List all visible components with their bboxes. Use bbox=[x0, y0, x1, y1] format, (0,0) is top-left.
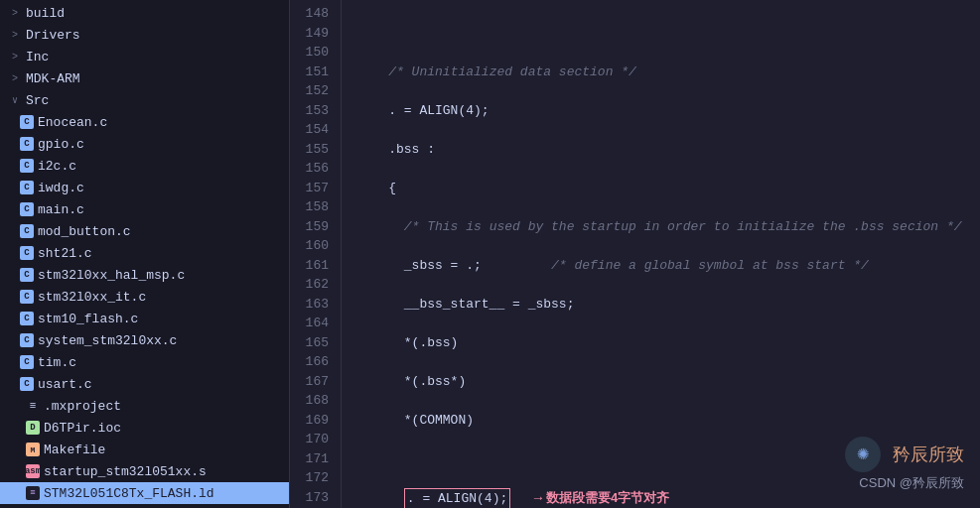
code-line: /* Uninitialized data section */ bbox=[357, 63, 980, 82]
code-lines: /* Uninitialized data section */ . = ALI… bbox=[342, 0, 980, 508]
annotate-box-4: . = ALIGN(4); bbox=[404, 488, 510, 509]
c-file-icon: C bbox=[20, 268, 34, 282]
code-editor: 148 149 150 151 152 153 154 155 156 157 … bbox=[290, 0, 980, 508]
sidebar-item-enocean[interactable]: C Enocean.c bbox=[0, 111, 289, 133]
sidebar-item-mdk-arm[interactable]: MDK-ARM bbox=[0, 67, 289, 89]
sidebar-item-ld-active[interactable]: ≡ STM32L051C8Tx_FLASH.ld bbox=[0, 482, 289, 504]
c-file-icon: C bbox=[20, 290, 34, 304]
watermark-icon: ✺ bbox=[845, 437, 881, 472]
sidebar-item-build[interactable]: build bbox=[0, 2, 289, 24]
sidebar-item-inc[interactable]: Inc bbox=[0, 46, 289, 67]
code-line: { bbox=[357, 179, 980, 198]
sidebar-item-tim[interactable]: C tim.c bbox=[0, 351, 289, 373]
sidebar-item-system-stm32[interactable]: C system_stm32l0xx.c bbox=[0, 329, 289, 351]
sidebar-item-mod-button[interactable]: C mod_button.c bbox=[0, 220, 289, 242]
sidebar-item-stm10-flash[interactable]: C stm10_flash.c bbox=[0, 308, 289, 329]
c-file-icon: C bbox=[20, 202, 34, 216]
c-file-icon: C bbox=[20, 224, 34, 238]
sidebar-item-startup[interactable]: asm startup_stm32l051xx.s bbox=[0, 460, 289, 482]
file-explorer: build Drivers Inc MDK-ARM Src C Enocean.… bbox=[0, 0, 290, 508]
c-file-icon: C bbox=[20, 355, 34, 369]
watermark: ✺ 矜辰所致 CSDN @矜辰所致 bbox=[845, 437, 964, 492]
annotation-arrow-4: →数据段需要4字节对齐 bbox=[534, 488, 670, 509]
chevron-icon bbox=[8, 73, 22, 84]
sidebar-item-mxproject[interactable]: ≡ .mxproject bbox=[0, 395, 289, 417]
c-file-icon: C bbox=[20, 159, 34, 173]
code-line: *(.bss*) bbox=[357, 372, 980, 392]
c-file-icon: C bbox=[20, 333, 34, 347]
sidebar-item-gpio[interactable]: C gpio.c bbox=[0, 133, 289, 155]
ld-file-icon: ≡ bbox=[26, 486, 40, 500]
code-line: _sbss = .; /* define a global symbol at … bbox=[357, 256, 980, 276]
chevron-icon bbox=[8, 30, 22, 41]
c-file-icon: C bbox=[20, 137, 34, 151]
line-numbers: 148 149 150 151 152 153 154 155 156 157 … bbox=[290, 0, 342, 508]
sidebar-item-src[interactable]: Src bbox=[0, 89, 289, 111]
sidebar-item-iwdg[interactable]: C iwdg.c bbox=[0, 177, 289, 198]
sidebar-item-i2c[interactable]: C i2c.c bbox=[0, 155, 289, 177]
code-area[interactable]: 148 149 150 151 152 153 154 155 156 157 … bbox=[290, 0, 980, 508]
code-line: *(COMMON) bbox=[357, 411, 980, 431]
chevron-icon bbox=[8, 94, 22, 106]
code-line bbox=[357, 24, 980, 44]
sidebar-item-main[interactable]: C main.c bbox=[0, 198, 289, 220]
code-line: __bss_start__ = _sbss; bbox=[357, 295, 980, 315]
c-file-icon: C bbox=[20, 115, 34, 129]
sidebar-item-stm32-it[interactable]: C stm32l0xx_it.c bbox=[0, 286, 289, 308]
chevron-icon bbox=[8, 52, 22, 63]
sidebar-item-sht21[interactable]: C sht21.c bbox=[0, 242, 289, 264]
sidebar-item-usart[interactable]: C usart.c bbox=[0, 373, 289, 395]
code-line: . = ALIGN(4); bbox=[357, 101, 980, 121]
sidebar-item-stm32-hal-msp[interactable]: C stm32l0xx_hal_msp.c bbox=[0, 264, 289, 286]
c-file-icon: C bbox=[20, 312, 34, 325]
sidebar-item-d6tpir[interactable]: D D6TPir.ioc bbox=[0, 417, 289, 439]
code-line: .bss : bbox=[357, 140, 980, 160]
c-file-icon: C bbox=[20, 377, 34, 391]
mxp-file-icon: ≡ bbox=[26, 399, 40, 413]
code-line: *(.bss) bbox=[357, 333, 980, 353]
chevron-icon bbox=[8, 8, 22, 19]
s-file-icon: asm bbox=[26, 464, 40, 478]
sidebar-item-drivers[interactable]: Drivers bbox=[0, 24, 289, 46]
watermark-name: 矜辰所致 bbox=[893, 443, 964, 466]
make-file-icon: M bbox=[26, 443, 40, 456]
code-line: /* This is used by the startup in order … bbox=[357, 217, 980, 237]
c-file-icon: C bbox=[20, 181, 34, 194]
c-file-icon: C bbox=[20, 246, 34, 260]
sidebar-item-makefile[interactable]: M Makefile bbox=[0, 439, 289, 460]
ioc-file-icon: D bbox=[26, 421, 40, 435]
watermark-csdn: CSDN @矜辰所致 bbox=[845, 474, 964, 492]
